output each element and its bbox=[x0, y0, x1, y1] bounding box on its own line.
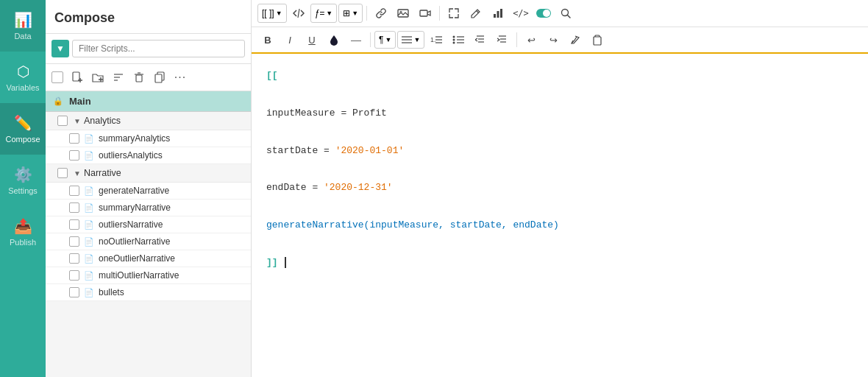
left-navigation: 📊 Data ⬡ Variables ✏️ Compose ⚙️ Setting… bbox=[0, 0, 46, 377]
sort-button[interactable] bbox=[109, 68, 128, 87]
search-input[interactable] bbox=[72, 40, 245, 57]
undo-button[interactable]: ↩ bbox=[521, 29, 541, 50]
chart-button[interactable] bbox=[488, 3, 508, 24]
multioutliernarrative-checkbox[interactable] bbox=[69, 270, 79, 281]
compose-icon: ✏️ bbox=[14, 114, 32, 132]
code-button[interactable]: </> bbox=[510, 3, 532, 24]
code-line-5: generateNarrative(inputMeasure, startDat… bbox=[266, 216, 853, 233]
italic-button[interactable]: I bbox=[280, 29, 300, 50]
script-icon-multioutliernarrative: 📄 bbox=[84, 271, 94, 281]
ink-button[interactable] bbox=[324, 29, 344, 50]
select-all-checkbox[interactable] bbox=[51, 71, 63, 83]
nav-item-data[interactable]: 📊 Data bbox=[0, 0, 46, 52]
underline-button[interactable]: U bbox=[302, 29, 322, 50]
nav-item-compose[interactable]: ✏️ Compose bbox=[0, 103, 46, 155]
tree-item-main[interactable]: 🔒 Main bbox=[46, 91, 251, 112]
sidebar-toolbar: ··· bbox=[46, 64, 251, 91]
editor-toolbar-top: [[ ]] ▼ ƒ= ▼ ⊞ ▼ bbox=[252, 0, 868, 27]
brackets-dropdown[interactable]: [[ ]] ▼ bbox=[257, 4, 287, 23]
format-clear-button[interactable] bbox=[565, 29, 586, 50]
sep1 bbox=[366, 6, 367, 21]
analytics-caret: ▼ bbox=[74, 117, 81, 125]
svg-point-22 bbox=[543, 10, 550, 17]
script-icon-bullets: 📄 bbox=[84, 288, 94, 297]
tree-group-analytics[interactable]: ▼ Analytics bbox=[46, 112, 251, 130]
link-button[interactable] bbox=[371, 3, 391, 24]
oneoutliernarrative-checkbox[interactable] bbox=[69, 253, 79, 264]
outliersnarrative-checkbox[interactable] bbox=[69, 219, 79, 230]
expand-button[interactable] bbox=[444, 3, 464, 24]
component-dropdown[interactable]: ⊞ ▼ bbox=[338, 4, 363, 23]
script-icon-nooutliernarrative: 📄 bbox=[84, 237, 94, 247]
bullets-checkbox[interactable] bbox=[69, 287, 79, 297]
nav-item-variables[interactable]: ⬡ Variables bbox=[0, 52, 46, 103]
function-dropdown[interactable]: ƒ= ▼ bbox=[310, 4, 338, 23]
script-icon-oneoutliernarrative: 📄 bbox=[84, 254, 94, 264]
tree-leaf-nooutliernarrative[interactable]: 📄 noOutlierNarrative bbox=[46, 233, 251, 250]
ul-button[interactable] bbox=[448, 29, 469, 50]
align-dropdown[interactable]: ▼ bbox=[397, 31, 424, 49]
script-icon-summaryanalytics: 📄 bbox=[84, 134, 94, 144]
svg-point-32 bbox=[453, 36, 455, 38]
svg-rect-8 bbox=[136, 75, 142, 82]
ol-button[interactable]: 1. bbox=[426, 29, 447, 50]
toggle-button[interactable] bbox=[533, 3, 554, 24]
tree-leaf-summaryanalytics[interactable]: 📄 summaryAnalytics bbox=[46, 130, 251, 147]
align-icon bbox=[402, 35, 412, 44]
svg-point-33 bbox=[453, 39, 455, 41]
paste-icon bbox=[592, 34, 602, 46]
filter-icon[interactable]: ▼ bbox=[51, 40, 69, 57]
lock-icon: 🔒 bbox=[53, 96, 63, 106]
svg-line-17 bbox=[477, 11, 479, 13]
nav-item-publish[interactable]: 📤 Publish bbox=[0, 206, 46, 258]
copy-button[interactable] bbox=[150, 68, 169, 87]
redo-button[interactable]: ↪ bbox=[543, 29, 563, 50]
tree-leaf-multioutliernarrative[interactable]: 📄 multiOutlierNarrative bbox=[46, 267, 251, 284]
summaryanalytics-checkbox[interactable] bbox=[69, 133, 79, 144]
expand-icon bbox=[448, 7, 460, 19]
svg-text:1.: 1. bbox=[430, 36, 436, 43]
paragraph-caret: ▼ bbox=[385, 36, 391, 43]
indent-dec-button[interactable] bbox=[470, 29, 491, 50]
paragraph-dropdown[interactable]: ¶ ▼ bbox=[374, 31, 396, 49]
more-button[interactable]: ··· bbox=[171, 68, 190, 87]
video-button[interactable] bbox=[415, 3, 435, 24]
outliersanalytics-checkbox[interactable] bbox=[69, 150, 79, 161]
analytics-checkbox[interactable] bbox=[57, 116, 68, 126]
code-inputmeasure: inputMeasure = Profit bbox=[266, 108, 387, 119]
tree-group-narrative[interactable]: ▼ Narrative bbox=[46, 164, 251, 183]
tree-leaf-generatenarrative[interactable]: 📄 generateNarrative bbox=[46, 183, 251, 200]
paste-button[interactable] bbox=[587, 29, 608, 50]
code-line-blank-3 bbox=[266, 161, 853, 177]
nooutliernarrative-checkbox[interactable] bbox=[69, 236, 79, 247]
variables-icon: ⬡ bbox=[17, 63, 29, 80]
delete-button[interactable] bbox=[129, 68, 149, 87]
tree-leaf-summarynarrative[interactable]: 📄 summaryNarrative bbox=[46, 200, 251, 216]
sidebar-search-bar: ▼ bbox=[46, 34, 251, 64]
search-button[interactable] bbox=[555, 3, 576, 24]
narrative-checkbox[interactable] bbox=[57, 168, 68, 178]
editor-content[interactable]: [[ inputMeasure = Profit startDate = '20… bbox=[252, 54, 868, 377]
bold-button[interactable]: B bbox=[257, 29, 278, 50]
script-button[interactable] bbox=[288, 3, 309, 24]
image-icon bbox=[397, 7, 409, 19]
tree-leaf-oneoutliernarrative[interactable]: 📄 oneOutlierNarrative bbox=[46, 250, 251, 267]
hr-button[interactable]: — bbox=[346, 29, 366, 50]
image-button[interactable] bbox=[393, 3, 413, 24]
new-folder-button[interactable] bbox=[88, 68, 107, 87]
indent-inc-button[interactable] bbox=[492, 29, 513, 50]
sep4 bbox=[516, 32, 517, 47]
svg-rect-0 bbox=[73, 72, 79, 81]
narrative-caret: ▼ bbox=[74, 169, 81, 177]
new-file-button[interactable] bbox=[68, 68, 87, 87]
multioutliernarrative-label: multiOutlierNarrative bbox=[99, 270, 179, 281]
nav-item-settings[interactable]: ⚙️ Settings bbox=[0, 155, 46, 206]
summarynarrative-checkbox[interactable] bbox=[69, 202, 79, 213]
tree-leaf-outliersanalytics[interactable]: 📄 outliersAnalytics bbox=[46, 147, 251, 164]
tree-leaf-outliersnarrative[interactable]: 📄 outliersNarrative bbox=[46, 216, 251, 233]
code-startdate-val: '2020-01-01' bbox=[335, 145, 405, 156]
edit-button[interactable] bbox=[466, 3, 486, 24]
tree-leaf-bullets[interactable]: 📄 bullets bbox=[46, 284, 251, 301]
generatenarrative-checkbox[interactable] bbox=[69, 186, 79, 196]
component-caret: ▼ bbox=[352, 10, 358, 17]
